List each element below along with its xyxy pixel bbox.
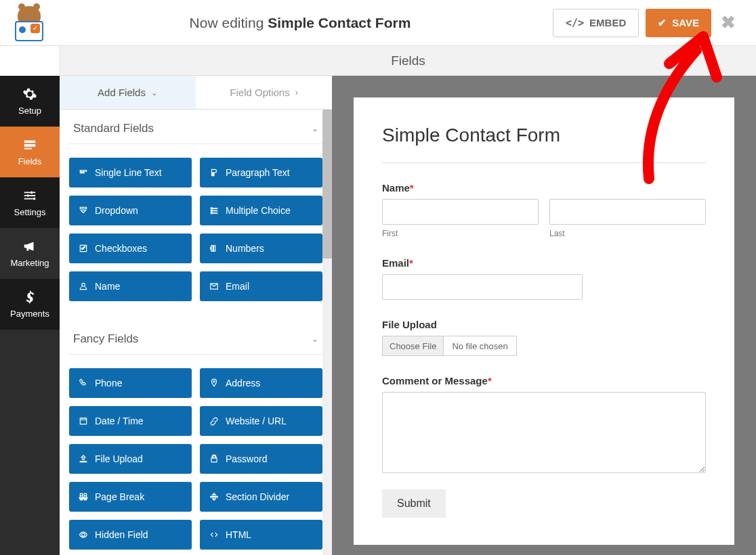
close-icon[interactable]: ✖ — [711, 12, 745, 33]
tab-add-fields[interactable]: Add Fields ⌄ — [60, 76, 196, 109]
nav-label: Setup — [18, 106, 41, 116]
nav-label: Payments — [10, 309, 49, 319]
field-phone[interactable]: Phone — [69, 368, 192, 398]
field-website-url[interactable]: Website / URL — [200, 406, 322, 436]
code-icon: </> — [566, 17, 584, 29]
choose-file-button[interactable]: Choose File — [383, 336, 444, 355]
top-bar: Now editing Simple Contact Form </> EMBE… — [0, 0, 756, 46]
editing-title: Now editing Simple Contact Form — [47, 15, 553, 31]
field-label: Address — [226, 378, 260, 388]
email-input[interactable] — [382, 274, 583, 300]
first-sublabel: First — [382, 229, 539, 238]
field-hidden-field[interactable]: Hidden Field — [69, 520, 192, 550]
tab-label: Add Fields — [98, 87, 146, 98]
field-icon — [79, 206, 88, 215]
field-label: Multiple Choice — [226, 205, 291, 216]
nav-label: Fields — [18, 156, 42, 166]
field-label: Paragraph Text — [226, 167, 290, 178]
form-name: Simple Contact Form — [268, 15, 411, 30]
tab-label: Field Options — [230, 87, 289, 98]
group-title: Fancy Fields — [73, 332, 138, 346]
nav-label: Marketing — [10, 258, 49, 268]
field-address[interactable]: Address — [200, 368, 322, 398]
form-icon — [22, 137, 37, 152]
section-header: Fields — [60, 46, 756, 76]
field-checkboxes[interactable]: Checkboxes — [69, 234, 192, 263]
no-file-text: No file chosen — [444, 341, 516, 351]
sliders-icon — [22, 188, 37, 203]
email-label: Email* — [382, 257, 706, 269]
field-dropdown[interactable]: Dropdown — [69, 196, 192, 225]
save-label: SAVE — [672, 17, 699, 28]
field-icon — [209, 530, 219, 539]
scrollbar[interactable] — [322, 110, 332, 555]
svg-point-0 — [30, 192, 33, 194]
field-icon — [79, 416, 88, 426]
submit-button[interactable]: Submit — [382, 489, 446, 518]
last-name-input[interactable] — [549, 199, 706, 225]
field-label: Section Divider — [226, 491, 289, 502]
field-icon — [79, 454, 88, 464]
embed-button[interactable]: </> EMBED — [553, 9, 639, 37]
editing-prefix: Now editing — [190, 15, 268, 30]
field-icon — [209, 168, 219, 177]
form-preview: Simple Contact Form Name* First Last Ema… — [332, 76, 756, 555]
save-button[interactable]: ✔ SAVE — [646, 9, 711, 37]
field-icon — [209, 416, 219, 426]
field-multiple-choice[interactable]: Multiple Choice — [200, 196, 322, 225]
field-icon — [209, 282, 219, 291]
field-label: Date / Time — [95, 416, 144, 426]
file-upload-label: File Upload — [382, 319, 706, 330]
comment-label: Comment or Message* — [382, 375, 706, 386]
field-file-upload[interactable]: File Upload — [69, 444, 192, 474]
field-single-line-text[interactable]: Single Line Text — [69, 158, 192, 187]
chevron-right-icon: › — [295, 88, 298, 97]
fields-panel: Add Fields ⌄ Field Options › Standard Fi… — [60, 76, 332, 555]
field-label: Checkboxes — [95, 243, 147, 254]
group-fancy-fields[interactable]: Fancy Fields ⌄ — [69, 320, 322, 355]
field-html[interactable]: HTML — [200, 520, 322, 550]
field-section-divider[interactable]: Section Divider — [200, 482, 322, 512]
field-label: Name — [95, 281, 120, 292]
nav-setup[interactable]: Setup — [0, 76, 60, 127]
field-icon — [79, 530, 88, 539]
field-icon — [209, 244, 219, 253]
field-label: Email — [226, 281, 249, 292]
file-input[interactable]: Choose File No file chosen — [382, 336, 517, 356]
nav-fields[interactable]: Fields — [0, 127, 60, 177]
field-icon — [209, 492, 219, 502]
section-title: Fields — [391, 53, 425, 68]
field-name[interactable]: Name — [69, 271, 192, 301]
field-label: Website / URL — [226, 416, 287, 426]
gear-icon — [22, 87, 37, 102]
dollar-icon — [22, 290, 37, 305]
last-sublabel: Last — [549, 229, 706, 238]
field-label: Numbers — [226, 243, 264, 254]
field-label: Single Line Text — [95, 167, 162, 178]
field-paragraph-text[interactable]: Paragraph Text — [200, 158, 322, 187]
embed-label: EMBED — [589, 17, 626, 28]
field-icon — [79, 282, 88, 291]
field-label: Hidden Field — [95, 529, 148, 540]
group-standard-fields[interactable]: Standard Fields ⌄ — [69, 110, 322, 144]
form-title: Simple Contact Form — [382, 125, 706, 163]
field-page-break[interactable]: Page Break — [69, 482, 192, 512]
nav-marketing[interactable]: Marketing — [0, 228, 60, 279]
field-label: Page Break — [95, 491, 144, 502]
field-icon — [209, 206, 219, 215]
field-password[interactable]: Password — [200, 444, 322, 474]
svg-point-1 — [26, 194, 29, 197]
field-icon — [79, 244, 88, 253]
tab-field-options[interactable]: Field Options › — [196, 76, 332, 109]
first-name-input[interactable] — [382, 199, 539, 225]
field-date-time[interactable]: Date / Time — [69, 406, 192, 436]
nav-settings[interactable]: Settings — [0, 177, 60, 228]
comment-textarea[interactable] — [382, 392, 706, 473]
field-icon — [209, 378, 219, 388]
field-label: HTML — [226, 529, 251, 540]
name-label: Name* — [382, 182, 706, 194]
nav-payments[interactable]: Payments — [0, 279, 60, 330]
field-numbers[interactable]: Numbers — [200, 234, 322, 263]
field-label: Dropdown — [95, 205, 138, 216]
field-email[interactable]: Email — [200, 271, 322, 301]
